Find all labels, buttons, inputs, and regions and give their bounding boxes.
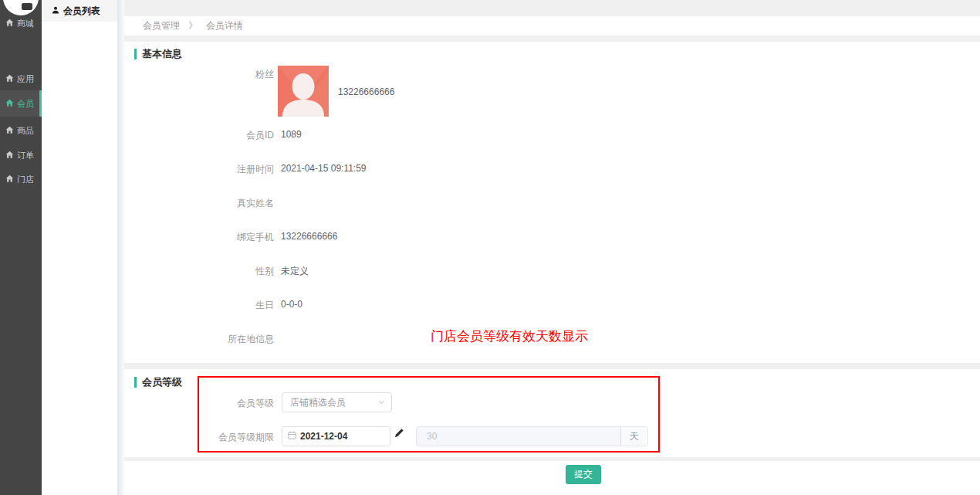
- sidebar-item-products[interactable]: 商品: [0, 118, 42, 143]
- field-label-register-time: 注册时间: [124, 163, 274, 176]
- days-unit-label: 天: [620, 427, 647, 446]
- sidebar-item-label: 应用: [17, 73, 34, 85]
- home-icon: [5, 19, 14, 29]
- level-term-date-value: 2021-12-04: [300, 431, 347, 442]
- sidebar-item-label: 订单: [17, 150, 34, 161]
- calendar-icon: [288, 431, 296, 442]
- member-level-select[interactable]: 店铺精选会员: [282, 392, 392, 412]
- sidebar-item-stores[interactable]: 门店: [0, 167, 42, 192]
- field-label-real-name: 真实姓名: [124, 197, 274, 210]
- primary-sidebar: 商城 应用 会员 商品 订单 门店: [0, 0, 42, 495]
- breadcrumb-current: 会员详情: [206, 19, 243, 32]
- submenu-item-member-list[interactable]: 会员列表: [42, 0, 117, 22]
- level-days-input-group: 天: [416, 426, 648, 446]
- sidebar-item-label: 门店: [17, 174, 34, 185]
- chevron-down-icon: [378, 397, 385, 408]
- sidebar-item-label: 会员: [17, 98, 34, 110]
- breadcrumb-separator: 》: [188, 19, 198, 32]
- member-avatar: [278, 66, 329, 117]
- field-label-level-term: 会员等级期限: [124, 431, 274, 444]
- level-term-date-input[interactable]: 2021-12-04: [282, 426, 390, 446]
- sidebar-item-orders[interactable]: 订单: [0, 143, 42, 168]
- field-label-birthday: 生日: [124, 299, 274, 312]
- section-title-basic-info: 基本信息: [142, 47, 182, 61]
- sidebar-item-label: 商城: [17, 18, 34, 29]
- logo-mark: [22, 3, 32, 10]
- field-value-member-id: 1089: [281, 129, 302, 140]
- submenu-item-label: 会员列表: [63, 5, 100, 18]
- section-title-member-level: 会员等级: [142, 375, 182, 389]
- home-icon: [5, 74, 14, 84]
- home-icon: [5, 126, 14, 136]
- section-accent-bar: [134, 377, 137, 388]
- section-accent-bar: [134, 49, 137, 59]
- home-icon: [5, 99, 14, 109]
- field-label-member-level: 会员等级: [124, 397, 274, 410]
- breadcrumb: 会员管理 》 会员详情: [124, 16, 980, 36]
- sidebar-item-apps[interactable]: 应用: [0, 66, 42, 91]
- field-value-birthday: 0-0-0: [281, 299, 302, 310]
- member-level-selected-value: 店铺精选会员: [290, 396, 346, 409]
- member-level-card: 会员等级 会员等级 店铺精选会员 会员等级期限 2021-12-04 天: [124, 369, 980, 457]
- field-label-fan: 粉丝: [124, 68, 274, 81]
- field-label-bound-phone: 绑定手机: [124, 231, 274, 244]
- fan-phone-number: 13226666666: [338, 86, 394, 97]
- field-value-bound-phone: 13226666666: [281, 231, 337, 242]
- home-icon: [5, 175, 14, 185]
- field-label-location: 所在地信息: [124, 333, 274, 346]
- breadcrumb-parent[interactable]: 会员管理: [143, 19, 180, 32]
- secondary-sidebar: 会员列表: [42, 0, 117, 495]
- field-label-gender: 性别: [124, 265, 274, 278]
- red-annotation-text: 门店会员等级有效天数显示: [431, 327, 588, 345]
- sidebar-item-members[interactable]: 会员: [0, 90, 42, 117]
- sidebar-item-mall[interactable]: 商城: [0, 11, 42, 36]
- footer-bar: 提交: [124, 461, 980, 495]
- field-value-register-time: 2021-04-15 09:11:59: [281, 163, 367, 174]
- user-icon: [52, 5, 59, 16]
- basic-info-card: 基本信息 粉丝 13226666666 会员ID 1089 注册时间 2021-…: [124, 42, 980, 363]
- vertical-scrollbar[interactable]: [117, 0, 124, 495]
- level-days-input[interactable]: [417, 427, 620, 446]
- sidebar-item-label: 商品: [17, 125, 34, 137]
- field-label-member-id: 会员ID: [124, 129, 274, 142]
- edit-pencil-icon[interactable]: [394, 428, 404, 440]
- field-value-gender: 未定义: [281, 265, 309, 278]
- submit-button[interactable]: 提交: [566, 465, 601, 484]
- home-icon: [5, 151, 14, 161]
- main-content: 会员管理 》 会员详情 基本信息 粉丝 13226666666 会员ID 108…: [124, 0, 980, 495]
